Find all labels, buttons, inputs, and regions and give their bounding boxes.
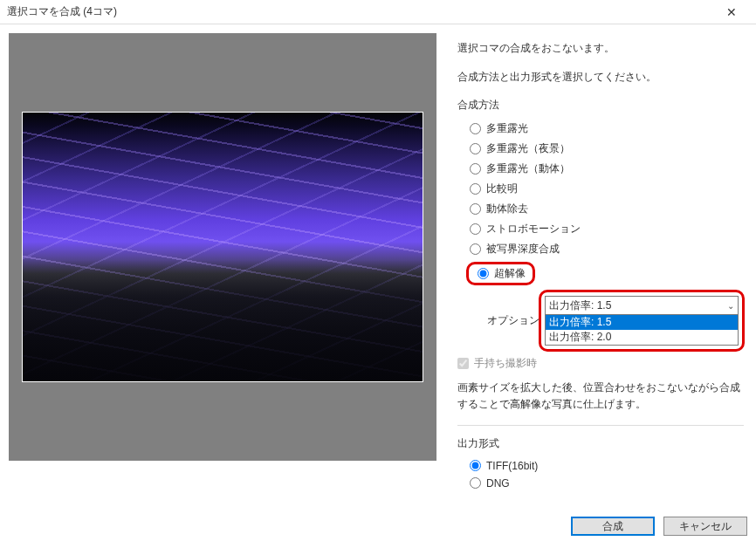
option-label: オプション <box>487 313 540 328</box>
scale-option-2[interactable]: 出力倍率: 2.0 <box>546 330 738 345</box>
preview-pane <box>0 24 445 504</box>
scale-option-1[interactable]: 出力倍率: 1.5 <box>546 315 738 330</box>
scale-dropdown-list: 出力倍率: 1.5 出力倍率: 2.0 <box>546 314 738 345</box>
close-icon[interactable]: ✕ <box>714 0 749 24</box>
radio-dng-label: DNG <box>486 477 510 490</box>
window-title: 選択コマを合成 (4コマ) <box>7 4 117 19</box>
dialog-footer: 合成 キャンセル <box>571 517 747 536</box>
radio-dng-row[interactable]: DNG <box>457 476 744 491</box>
radio-super-res-row[interactable]: 超解像 <box>457 260 744 287</box>
radio-focus-stack-label: 被写界深度合成 <box>486 242 560 257</box>
radio-multi-exposure-night[interactable] <box>470 143 481 154</box>
radio-multi-exposure[interactable] <box>470 123 481 134</box>
scale-dropdown-value: 出力倍率: 1.5 <box>549 298 611 313</box>
radio-focus-stack-row[interactable]: 被写界深度合成 <box>457 240 744 258</box>
radio-moving-removal-label: 動体除去 <box>486 202 528 216</box>
dialog-body: 選択コマの合成をおこないます。 合成方法と出力形式を選択してください。 合成方法… <box>0 24 756 504</box>
radio-tiff-row[interactable]: TIFF(16bit) <box>457 458 744 474</box>
radio-lighten-label: 比較明 <box>486 181 518 196</box>
method-heading: 合成方法 <box>457 98 744 113</box>
radio-moving-removal[interactable] <box>470 203 481 215</box>
radio-strobe-motion-row[interactable]: ストロボモーション <box>457 220 744 238</box>
radio-lighten-row[interactable]: 比較明 <box>457 180 744 198</box>
method-note: 画素サイズを拡大した後、位置合わせをおこないながら合成することで高解像な写真に仕… <box>457 380 744 412</box>
chevron-down-icon: ⌄ <box>727 301 734 311</box>
radio-strobe-motion[interactable] <box>470 223 481 235</box>
settings-panel: 選択コマの合成をおこないます。 合成方法と出力形式を選択してください。 合成方法… <box>445 24 756 504</box>
separator <box>457 425 744 426</box>
description-line2: 合成方法と出力形式を選択してください。 <box>457 69 744 86</box>
option-row: オプション 出力倍率: 1.5 ⌄ 出力倍率: 1.5 出力倍率: 2.0 <box>487 296 744 346</box>
cancel-button[interactable]: キャンセル <box>663 517 747 536</box>
highlight-super-res: 超解像 <box>466 262 535 285</box>
preview-canvas <box>9 33 436 461</box>
radio-multi-exposure-moving-label: 多重露光（動体） <box>486 161 570 176</box>
preview-image <box>22 112 423 382</box>
radio-tiff-label: TIFF(16bit) <box>486 460 538 472</box>
output-heading: 出力形式 <box>457 436 744 451</box>
radio-super-res-label: 超解像 <box>494 266 526 281</box>
radio-multi-exposure-label: 多重露光 <box>486 121 528 136</box>
handheld-label: 手持ち撮影時 <box>474 356 537 371</box>
window-titlebar: 選択コマを合成 (4コマ) ✕ <box>0 0 756 24</box>
radio-multi-exposure-moving[interactable] <box>470 163 481 175</box>
radio-lighten[interactable] <box>470 183 481 195</box>
radio-multi-exposure-moving-row[interactable]: 多重露光（動体） <box>457 160 744 178</box>
radio-moving-removal-row[interactable]: 動体除去 <box>457 200 744 218</box>
radio-multi-exposure-row[interactable]: 多重露光 <box>457 120 744 138</box>
handheld-row: 手持ち撮影時 <box>457 356 744 371</box>
radio-multi-exposure-night-label: 多重露光（夜景） <box>486 141 570 156</box>
handheld-checkbox <box>457 358 469 369</box>
description-line1: 選択コマの合成をおこないます。 <box>457 40 744 57</box>
radio-focus-stack[interactable] <box>470 243 481 255</box>
scale-dropdown[interactable]: 出力倍率: 1.5 ⌄ 出力倍率: 1.5 出力倍率: 2.0 <box>545 296 739 346</box>
scale-dropdown-wrap: 出力倍率: 1.5 ⌄ 出力倍率: 1.5 出力倍率: 2.0 <box>545 296 739 346</box>
scale-dropdown-selected[interactable]: 出力倍率: 1.5 ⌄ <box>546 297 738 314</box>
radio-multi-exposure-night-row[interactable]: 多重露光（夜景） <box>457 140 744 158</box>
radio-tiff[interactable] <box>470 460 481 471</box>
radio-strobe-motion-label: ストロボモーション <box>486 222 581 236</box>
radio-dng[interactable] <box>470 477 481 489</box>
radio-super-res[interactable] <box>478 268 489 279</box>
compose-button[interactable]: 合成 <box>571 517 655 536</box>
